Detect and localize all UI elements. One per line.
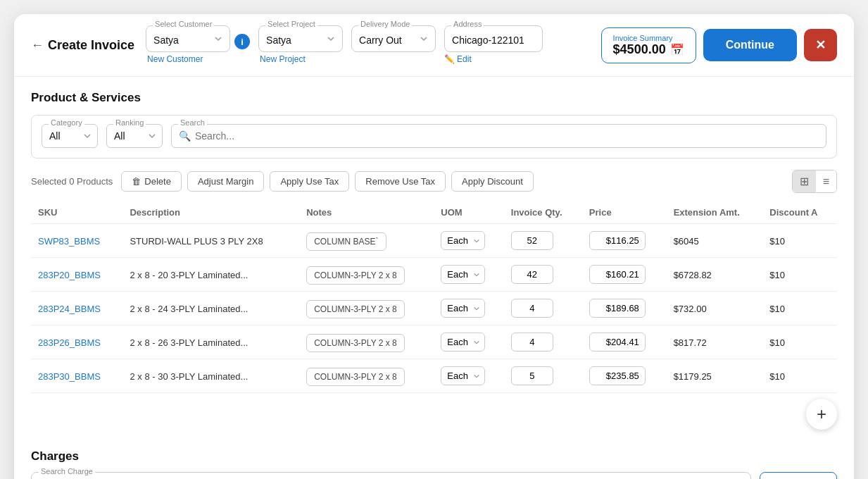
continue-button[interactable]: Continue (703, 29, 797, 61)
add-charge-button[interactable]: + Charge (760, 472, 837, 479)
customer-select[interactable]: Satya (146, 25, 230, 52)
table-row: 283P30_BBMS 2 x 8 - 30 3-PLY Laminated..… (31, 359, 837, 393)
cell-notes: COLUMN BASE` (299, 224, 434, 258)
col-price: Price (582, 201, 667, 224)
cell-description: STURDI-WALL PLUS 3 PLY 2X8 (122, 224, 299, 258)
product-search-input[interactable] (195, 130, 819, 142)
price-input-1[interactable] (589, 265, 646, 284)
uom-select-2[interactable]: Each Box Case (441, 299, 485, 318)
sku-link[interactable]: 283P24_BBMS (38, 304, 101, 314)
info-icon[interactable]: i (234, 34, 250, 49)
customer-field-group: Select Customer Satya i New Customer (146, 25, 250, 64)
qty-input-3[interactable] (511, 332, 553, 352)
uom-select-0[interactable]: Each Box Case (441, 231, 485, 250)
cell-uom: Each Box Case (434, 359, 503, 393)
charge-search-label: Search Charge (39, 467, 95, 475)
invoice-summary-value: $4500.00 📅 (613, 42, 684, 57)
ranking-filter-label: Ranking (113, 118, 146, 127)
new-project-link[interactable]: New Project (258, 54, 343, 64)
list-view-button[interactable]: ≡ (816, 170, 836, 192)
header-fields: Select Customer Satya i New Customer Sel… (146, 25, 590, 65)
table-row: SWP83_BBMS STURDI-WALL PLUS 3 PLY 2X8 CO… (31, 224, 837, 258)
cell-extension: $732.00 (667, 292, 763, 325)
price-input-2[interactable] (589, 299, 646, 318)
charges-title: Charges (31, 449, 837, 464)
delivery-select[interactable]: Carry Out Delivery (351, 25, 436, 52)
col-description: Description (122, 201, 299, 224)
ranking-filter-group: Ranking All (106, 124, 163, 148)
delivery-field-group: Delivery Mode Carry Out Delivery (351, 25, 436, 65)
cell-discount: $10 (762, 359, 837, 393)
cell-sku: 283P30_BBMS (31, 359, 122, 393)
cell-price (582, 325, 667, 359)
qty-input-4[interactable] (511, 366, 553, 385)
qty-input-0[interactable] (511, 231, 553, 250)
product-search-label: Search (178, 118, 207, 127)
project-label: Select Project (265, 20, 317, 28)
qty-input-2[interactable] (511, 299, 553, 318)
cell-discount: $10 (762, 258, 837, 292)
cell-qty (504, 325, 582, 359)
invoice-summary-button[interactable]: Invoice Summary $4500.00 📅 (601, 27, 696, 63)
search-icon: 🔍 (179, 130, 191, 142)
new-customer-link[interactable]: New Customer (146, 54, 250, 64)
col-discount: Discount A (762, 201, 837, 224)
back-icon: ← (31, 38, 44, 53)
cell-uom: Each Box Case (434, 224, 503, 258)
sku-link[interactable]: SWP83_BBMS (38, 236, 100, 247)
price-input-0[interactable] (589, 231, 646, 250)
delete-button[interactable]: 🗑 Delete (121, 171, 182, 192)
project-select[interactable]: Satya (258, 25, 343, 52)
add-product-fab[interactable]: + (806, 399, 837, 430)
cell-discount: $10 (762, 224, 837, 258)
cell-description: 2 x 8 - 20 3-PLY Laminated... (122, 258, 299, 292)
price-input-3[interactable] (589, 332, 646, 352)
table-header-row: SKU Description Notes UOM Invoice Qty. P… (31, 201, 837, 224)
col-qty: Invoice Qty. (504, 201, 582, 224)
uom-select-4[interactable]: Each Box Case (441, 366, 485, 385)
content-area: Product & Services Category All Ranking … (14, 77, 854, 449)
col-sku: SKU (31, 201, 122, 224)
ranking-filter-select[interactable]: All (106, 124, 163, 148)
col-uom: UOM (434, 201, 503, 224)
cell-sku: SWP83_BBMS (31, 224, 122, 258)
qty-input-1[interactable] (511, 265, 553, 284)
cell-extension: $1179.25 (667, 359, 763, 393)
apply-discount-button[interactable]: Apply Discount (451, 171, 534, 192)
cell-price (582, 292, 667, 325)
view-toggle: ⊞ ≡ (792, 170, 837, 193)
sku-link[interactable]: 283P20_BBMS (38, 270, 101, 280)
edit-address-link[interactable]: ✏️ Edit (444, 54, 543, 64)
products-section-title: Product & Services (31, 91, 837, 105)
cell-sku: 283P24_BBMS (31, 292, 122, 325)
cell-uom: Each Box Case (434, 292, 503, 325)
address-display: Chicago-122101 (444, 25, 543, 52)
cell-extension: $6728.82 (667, 258, 763, 292)
close-button[interactable]: ✕ (804, 29, 837, 61)
uom-select-3[interactable]: Each Box Case (441, 332, 485, 352)
cell-price (582, 224, 667, 258)
cell-notes: COLUMN-3-PLY 2 x 8 (299, 258, 434, 292)
address-field-group: Address Chicago-122101 ✏️ Edit (444, 25, 543, 64)
price-input-4[interactable] (589, 366, 646, 385)
charge-search-wrap: Search Charge 🔍 (31, 472, 751, 479)
apply-use-tax-button[interactable]: Apply Use Tax (270, 171, 349, 192)
selected-count: Selected 0 Products (31, 176, 113, 187)
charges-row: Search Charge 🔍 + Charge (31, 472, 837, 479)
cell-price (582, 258, 667, 292)
grid-view-button[interactable]: ⊞ (793, 170, 816, 192)
back-button[interactable]: ← Create Invoice (31, 38, 134, 53)
sku-link[interactable]: 283P26_BBMS (38, 337, 101, 348)
cell-sku: 283P26_BBMS (31, 325, 122, 359)
fab-container: + (31, 393, 837, 435)
product-search-wrap: 🔍 (171, 124, 826, 148)
cell-notes: COLUMN-3-PLY 2 x 8 (299, 325, 434, 359)
uom-select-1[interactable]: Each Box Case (441, 265, 485, 284)
category-filter-select[interactable]: All (42, 124, 98, 148)
cell-description: 2 x 8 - 30 3-PLY Laminated... (122, 359, 299, 393)
cell-description: 2 x 8 - 26 3-PLY Laminated... (122, 325, 299, 359)
products-table: SKU Description Notes UOM Invoice Qty. P… (31, 201, 837, 393)
sku-link[interactable]: 283P30_BBMS (38, 371, 101, 382)
adjust-margin-button[interactable]: Adjust Margin (187, 171, 264, 192)
remove-use-tax-button[interactable]: Remove Use Tax (355, 171, 446, 192)
